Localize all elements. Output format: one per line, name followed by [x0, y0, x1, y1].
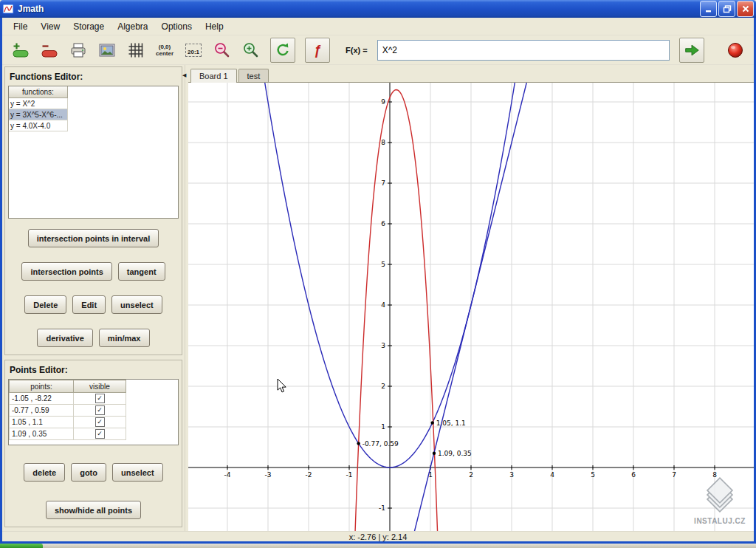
curve	[349, 90, 444, 532]
grid-icon[interactable]	[126, 39, 145, 61]
svg-text:-1: -1	[346, 471, 353, 479]
instaluj-logo	[693, 476, 746, 517]
intersection-points-button[interactable]: intersection points	[21, 262, 111, 281]
graph-board[interactable]: -4-3-2-112345678-1123456789-0.77, 0.591.…	[188, 83, 754, 531]
menu-algebra[interactable]: Algebra	[111, 19, 154, 34]
collapse-arrow-icon[interactable]: ◀	[182, 72, 186, 78]
points-table[interactable]: points: visible -1.05 , -8.22 ✓ -0.77 , …	[8, 379, 179, 445]
intersection-interval-button[interactable]: intersection points in interval	[28, 229, 159, 247]
svg-text:-1: -1	[379, 504, 385, 512]
titlebar[interactable]: Jmath	[0, 0, 756, 18]
board-tabs: Board 1 test	[188, 65, 754, 83]
functions-editor-section: Functions Editor: functions: y = X^2 y =…	[4, 66, 182, 355]
svg-text:1.09, 0.35: 1.09, 0.35	[438, 450, 472, 457]
svg-text:7: 7	[381, 179, 385, 187]
svg-text:6: 6	[631, 471, 636, 479]
function-tool-icon[interactable]: ƒ	[305, 38, 330, 63]
marked-point	[431, 421, 434, 424]
points-row: -0.77 , 0.59 ✓	[10, 405, 126, 417]
menu-file[interactable]: File	[7, 19, 34, 34]
statusbar: x: -2.76 | y: 2.14	[2, 531, 754, 541]
points-row: -1.05 , -8.22 ✓	[10, 393, 126, 405]
visible-column-header: visible	[74, 380, 126, 393]
svg-text:9: 9	[381, 98, 385, 106]
functions-list[interactable]: functions: y = X^2 y = 3X^5-X^6-... y = …	[8, 86, 179, 219]
points-editor-title: Points Editor:	[10, 365, 179, 375]
start-button-sliver[interactable]	[0, 544, 43, 548]
minimize-button[interactable]	[700, 1, 717, 17]
points-header-row: points: visible	[10, 380, 126, 393]
print-icon[interactable]	[69, 39, 88, 61]
svg-text:2: 2	[381, 383, 385, 390]
tab-board-1[interactable]: Board 1	[190, 69, 237, 83]
plotted-points: -0.77, 0.591.05, 1.11.09, 0.35	[357, 419, 471, 457]
jmath-window: Jmath File View Storage Algebra Options …	[0, 0, 756, 548]
main-area: Board 1 test -4-3-2-112345678-1123456789…	[188, 65, 754, 531]
function-list-item-selected[interactable]: y = 3X^5-X^6-...	[9, 109, 68, 120]
delete-function-button[interactable]: Delete	[24, 295, 66, 314]
svg-text:5: 5	[381, 261, 385, 268]
visible-checkbox[interactable]: ✓	[95, 394, 105, 403]
menubar: File View Storage Algebra Options Help	[2, 18, 754, 35]
unselect-point-button[interactable]: unselect	[112, 463, 163, 482]
menu-view[interactable]: View	[34, 19, 66, 34]
curves	[234, 83, 582, 531]
svg-text:-2: -2	[306, 471, 312, 479]
functions-editor-title: Functions Editor:	[10, 72, 179, 82]
toolbar: (0,0) center 20:1	[2, 35, 754, 65]
svg-text:5: 5	[591, 471, 595, 479]
derivative-button[interactable]: derivative	[37, 329, 92, 347]
remove-icon[interactable]	[40, 39, 59, 61]
mouse-cursor	[277, 378, 287, 397]
visible-checkbox[interactable]: ✓	[95, 429, 105, 439]
snapshot-icon[interactable]	[97, 39, 117, 61]
restore-button[interactable]	[718, 1, 735, 17]
minmax-button[interactable]: min/max	[99, 329, 150, 347]
marked-point	[357, 442, 360, 445]
svg-text:3: 3	[509, 471, 514, 479]
fx-input[interactable]	[377, 40, 670, 61]
menu-storage[interactable]: Storage	[66, 19, 111, 34]
zoom-in-icon[interactable]	[241, 39, 261, 61]
scale-icon[interactable]: 20:1	[184, 39, 203, 61]
red-ball-icon[interactable]	[726, 39, 745, 61]
svg-text:-3: -3	[265, 471, 272, 479]
graph-canvas[interactable]: -4-3-2-112345678-1123456789-0.77, 0.591.…	[188, 83, 754, 531]
zoom-out-icon[interactable]	[213, 39, 232, 61]
svg-text:7: 7	[672, 471, 676, 479]
points-editor-section: Points Editor: points: visible -1.05 , -…	[4, 360, 182, 527]
svg-text:-0.77, 0.59: -0.77, 0.59	[362, 440, 399, 448]
menu-options[interactable]: Options	[155, 19, 199, 34]
points-row: 1.05 , 1.1 ✓	[10, 417, 126, 428]
delete-point-button[interactable]: delete	[24, 463, 65, 482]
svg-text:1.05, 1.1: 1.05, 1.1	[436, 419, 466, 427]
svg-text:4: 4	[550, 471, 554, 479]
functions-list-header: functions:	[9, 86, 68, 98]
svg-text:-4: -4	[224, 471, 231, 479]
function-list-item[interactable]: y = X^2	[9, 98, 68, 109]
add-icon[interactable]	[11, 39, 30, 61]
plot-go-button[interactable]	[679, 38, 704, 63]
center-origin-icon[interactable]: (0,0) center	[155, 39, 174, 61]
svg-text:1: 1	[381, 423, 385, 431]
tab-test[interactable]: test	[238, 69, 269, 82]
svg-text:4: 4	[381, 301, 385, 309]
window-title: Jmath	[18, 4, 44, 14]
visible-checkbox[interactable]: ✓	[95, 417, 105, 427]
app-icon	[2, 3, 14, 15]
fx-label: F(x) =	[346, 46, 368, 55]
tangent-button[interactable]: tangent	[118, 262, 165, 281]
coords-readout: x: -2.76 | y: 2.14	[349, 532, 408, 541]
refresh-icon[interactable]	[270, 38, 295, 63]
svg-text:6: 6	[381, 220, 385, 227]
function-list-item[interactable]: y = 4.0X-4.0	[9, 120, 68, 131]
show-hide-points-button[interactable]: show/hide all points	[46, 501, 141, 519]
unselect-function-button[interactable]: unselect	[111, 295, 162, 314]
edit-function-button[interactable]: Edit	[72, 295, 106, 314]
points-row: 1.09 , 0.35 ✓	[10, 428, 126, 440]
close-button[interactable]	[737, 1, 754, 17]
goto-point-button[interactable]: goto	[71, 463, 106, 482]
svg-text:2: 2	[469, 471, 473, 479]
visible-checkbox[interactable]: ✓	[95, 405, 105, 415]
menu-help[interactable]: Help	[199, 19, 230, 34]
